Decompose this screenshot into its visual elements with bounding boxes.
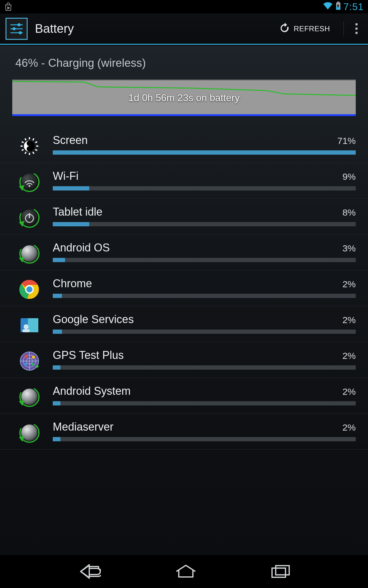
row-label: Android OS (53, 241, 110, 254)
svg-line-21 (35, 142, 37, 143)
usage-bar (53, 437, 356, 441)
svg-line-15 (22, 149, 24, 151)
row-percentage: 2% (343, 386, 356, 397)
battery-status-summary: 46% - Charging (wireless) (0, 57, 368, 76)
action-bar: Battery REFRESH (0, 13, 368, 45)
svg-line-18 (25, 138, 26, 140)
row-label: Google Services (53, 313, 134, 326)
usage-bar (53, 258, 356, 262)
home-button[interactable] (174, 565, 197, 578)
battery-history-chart[interactable]: 1d 0h 56m 23s on battery (12, 79, 356, 116)
overflow-menu-button[interactable] (351, 21, 362, 36)
usage-row[interactable]: Screen 71% (0, 127, 368, 163)
usage-bar (53, 294, 356, 298)
chrome-icon (18, 278, 40, 300)
row-percentage: 2% (343, 351, 356, 361)
row-label: Chrome (53, 277, 92, 290)
svg-line-12 (33, 152, 34, 154)
android-icon (18, 243, 40, 265)
svg-rect-44 (276, 566, 289, 575)
row-label: Screen (53, 134, 88, 147)
svg-line-11 (35, 149, 37, 151)
row-percentage: 71% (337, 136, 356, 146)
usage-bar (53, 150, 356, 155)
svg-point-6 (17, 23, 21, 26)
svg-rect-1 (337, 2, 339, 3)
usage-row[interactable]: + GPS Test Plus 2% (0, 342, 368, 378)
row-label: Android System (53, 385, 131, 398)
row-percentage: 3% (343, 243, 356, 254)
svg-rect-43 (272, 568, 286, 577)
row-label: Mediaserver (53, 420, 113, 433)
svg-point-38 (25, 355, 28, 358)
svg-point-30 (24, 324, 29, 329)
row-percentage: 8% (343, 207, 356, 218)
screen-icon (18, 135, 40, 157)
row-percentage: 2% (343, 422, 356, 433)
wifi-icon (18, 171, 40, 193)
usage-bar (53, 186, 356, 190)
gservices-icon (18, 314, 40, 336)
row-percentage: 2% (343, 315, 356, 325)
android-icon (18, 422, 40, 444)
row-label: Wi-Fi (53, 170, 79, 183)
row-label: GPS Test Plus (53, 349, 124, 362)
wifi-icon (323, 2, 333, 12)
battery-charging-icon (335, 1, 341, 13)
usage-row[interactable]: Google Services 2% (0, 306, 368, 342)
content-area: 46% - Charging (wireless) 1d 0h 56m 23s … (0, 46, 368, 555)
settings-icon[interactable] (6, 18, 28, 40)
android-icon (18, 386, 40, 408)
clock: 7:51 (343, 1, 364, 13)
refresh-icon (279, 23, 290, 35)
svg-point-22 (29, 185, 30, 187)
usage-row[interactable]: Wi-Fi 9% (0, 163, 368, 199)
back-button[interactable] (78, 564, 101, 579)
usage-bar (53, 365, 356, 370)
svg-point-8 (19, 31, 22, 34)
power-icon (18, 207, 40, 229)
svg-line-14 (25, 152, 26, 154)
usage-row[interactable]: Mediaserver 2% (0, 414, 368, 450)
svg-line-17 (22, 142, 24, 143)
usage-row[interactable]: Tablet idle 8% (0, 199, 368, 235)
refresh-label: REFRESH (294, 24, 330, 33)
page-title: Battery (35, 22, 272, 36)
usage-bar (53, 330, 356, 334)
svg-point-40 (31, 363, 34, 366)
status-bar: 7:51 (0, 0, 368, 13)
gps-icon: + (18, 350, 40, 372)
svg-rect-31 (22, 329, 30, 332)
svg-point-39 (32, 356, 35, 359)
row-percentage: 2% (343, 279, 356, 289)
chart-duration-label: 1d 0h 56m 23s on battery (128, 92, 240, 103)
svg-line-20 (33, 138, 34, 140)
usage-row[interactable]: Chrome 2% (0, 270, 368, 306)
svg-point-27 (26, 286, 33, 292)
usage-bar (53, 222, 356, 226)
divider (343, 21, 344, 36)
svg-point-41 (24, 363, 27, 366)
row-label: Tablet idle (53, 205, 102, 218)
svg-text:+: + (35, 363, 39, 370)
navigation-bar (0, 555, 368, 588)
play-store-notification-icon (4, 2, 12, 11)
svg-point-7 (13, 27, 16, 30)
usage-bar (53, 401, 356, 405)
usage-row[interactable]: Android System 2% (0, 378, 368, 414)
refresh-button[interactable]: REFRESH (272, 18, 337, 39)
usage-row[interactable]: Android OS 3% (0, 235, 368, 270)
row-percentage: 9% (343, 172, 356, 182)
battery-usage-list: Screen 71% Wi-Fi 9% Tablet idle 8% (0, 127, 368, 450)
recent-apps-button[interactable] (271, 564, 290, 579)
